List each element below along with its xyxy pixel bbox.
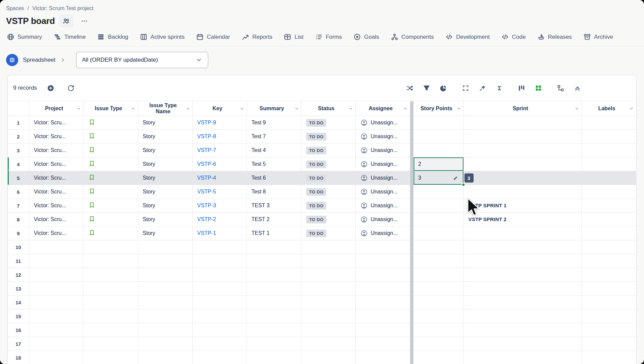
- issue-key-link[interactable]: VSTP-6: [197, 161, 216, 167]
- cell-sprint[interactable]: VSTP SPRINT 2: [463, 213, 581, 226]
- cell-key[interactable]: VSTP-4: [192, 171, 247, 185]
- cell-status[interactable]: TO DO: [301, 199, 355, 213]
- more-actions-button[interactable]: [78, 15, 91, 27]
- row-number[interactable]: 1: [8, 116, 29, 130]
- toolbar-button-column-settings[interactable]: [515, 82, 528, 94]
- cell-project[interactable]: Victor: Scru...: [29, 130, 83, 144]
- cell-status[interactable]: [301, 240, 355, 254]
- toolbar-button-collapse[interactable]: [571, 82, 584, 94]
- cell-key[interactable]: [192, 337, 247, 351]
- cell-issue-type-name[interactable]: [138, 337, 192, 351]
- cell-issue-type-name[interactable]: Story: [138, 144, 192, 157]
- column-header-labels[interactable]: Labels: [581, 101, 636, 116]
- view-selector[interactable]: All (ORDER BY updatedDate): [76, 52, 208, 68]
- breadcrumb-spaces[interactable]: Spaces: [6, 5, 24, 11]
- cell-issue-type[interactable]: [83, 130, 138, 144]
- cell-status[interactable]: [301, 323, 355, 337]
- cell-issue-type-name[interactable]: Story: [138, 213, 192, 226]
- cell-project[interactable]: Victor: Scru...: [29, 213, 83, 226]
- row-number[interactable]: 12: [8, 268, 29, 282]
- add-record-button[interactable]: [44, 82, 57, 94]
- row-number[interactable]: 2: [8, 130, 29, 144]
- cell-status[interactable]: [301, 268, 355, 282]
- cell-summary[interactable]: [247, 282, 301, 296]
- row-number[interactable]: 4: [8, 157, 29, 171]
- cell-project[interactable]: [29, 309, 83, 323]
- cell-issue-type-name[interactable]: [138, 282, 192, 296]
- cell-issue-type-name[interactable]: [138, 296, 192, 309]
- cell-issue-type[interactable]: [83, 199, 138, 213]
- nav-item-forms[interactable]: Forms: [315, 33, 342, 41]
- cell-labels[interactable]: [581, 254, 636, 268]
- cell-story-points[interactable]: [413, 268, 463, 282]
- row-number[interactable]: 18: [8, 351, 29, 364]
- cell-issue-type-name[interactable]: Story: [138, 185, 192, 199]
- cell-assignee[interactable]: [355, 296, 410, 309]
- cell-story-points[interactable]: [413, 309, 463, 323]
- cell-issue-type-name[interactable]: Story: [138, 171, 192, 185]
- cell-story-points[interactable]: [413, 144, 463, 157]
- cell-issue-type-name[interactable]: Story: [138, 116, 192, 130]
- row-number[interactable]: 17: [8, 337, 29, 351]
- nav-item-development[interactable]: Development: [445, 33, 490, 41]
- cell-sprint[interactable]: [463, 309, 581, 323]
- cell-issue-type[interactable]: [83, 240, 138, 254]
- cell-issue-type-name[interactable]: [138, 323, 192, 337]
- cell-project[interactable]: Victor: Scru...: [29, 226, 83, 240]
- nav-item-summary[interactable]: Summary: [7, 33, 42, 41]
- cell-status[interactable]: TO DO: [301, 213, 355, 226]
- toolbar-button-hierarchy[interactable]: [554, 82, 567, 94]
- row-number[interactable]: 11: [8, 254, 29, 268]
- issue-key-link[interactable]: VSTP-8: [197, 133, 216, 139]
- cell-project[interactable]: Victor: Scru...: [29, 116, 83, 130]
- cell-status[interactable]: TO DO: [301, 144, 355, 157]
- toolbar-button-grid[interactable]: [532, 82, 545, 94]
- toolbar-button-shuffle[interactable]: [403, 82, 416, 94]
- row-number[interactable]: 16: [8, 323, 29, 337]
- column-header-issue-type[interactable]: Issue Type: [83, 101, 138, 116]
- cell-issue-type[interactable]: [83, 185, 138, 199]
- cell-key[interactable]: VSTP-1: [192, 226, 247, 240]
- cell-key[interactable]: VSTP-6: [192, 157, 247, 171]
- issue-key-link[interactable]: VSTP-5: [197, 189, 216, 194]
- column-header-project[interactable]: Project: [29, 101, 83, 116]
- cell-issue-type[interactable]: [83, 226, 138, 240]
- cell-status[interactable]: [301, 282, 355, 296]
- cell-summary[interactable]: Test 7: [247, 130, 301, 144]
- cell-project[interactable]: Victor: Scru...: [29, 171, 83, 185]
- cell-assignee[interactable]: Unassign...: [355, 213, 410, 226]
- cell-labels[interactable]: [581, 323, 636, 337]
- cell-key[interactable]: VSTP-8: [192, 130, 247, 144]
- cell-key[interactable]: [192, 296, 247, 309]
- cell-story-points[interactable]: [413, 199, 463, 213]
- cell-summary[interactable]: TEST 1: [247, 226, 301, 240]
- cell-status[interactable]: [301, 309, 355, 323]
- cell-summary[interactable]: Test 4: [247, 144, 301, 157]
- cell-sprint[interactable]: [463, 351, 581, 364]
- cell-summary[interactable]: Test 6: [247, 171, 301, 185]
- nav-item-components[interactable]: Components: [391, 33, 434, 41]
- cell-sprint[interactable]: [463, 296, 581, 309]
- cell-key[interactable]: [192, 240, 247, 254]
- column-header-sprint[interactable]: Sprint: [463, 101, 581, 116]
- row-number[interactable]: 15: [8, 309, 29, 323]
- column-header-assignee[interactable]: Assignee: [355, 101, 410, 116]
- nav-item-active-sprints[interactable]: Active sprints: [140, 33, 185, 41]
- cell-project[interactable]: [29, 268, 83, 282]
- cell-summary[interactable]: [247, 323, 301, 337]
- cell-story-points[interactable]: [413, 226, 463, 240]
- nav-item-backlog[interactable]: Backlog: [97, 33, 128, 41]
- issue-key-link[interactable]: VSTP-3: [197, 203, 216, 208]
- cell-story-points[interactable]: [413, 116, 463, 130]
- cell-issue-type[interactable]: [83, 268, 138, 282]
- cell-project[interactable]: Victor: Scru...: [29, 144, 83, 157]
- cell-status[interactable]: [301, 351, 355, 364]
- toolbar-button-sum[interactable]: [493, 82, 506, 94]
- cell-summary[interactable]: Test 5: [247, 157, 301, 171]
- cell-issue-type-name[interactable]: [138, 240, 192, 254]
- row-number[interactable]: 10: [8, 240, 29, 254]
- cell-summary[interactable]: TEST 2: [247, 213, 301, 226]
- column-header-issue-type-name[interactable]: Issue Type Name: [138, 101, 192, 116]
- cell-key[interactable]: [192, 254, 247, 268]
- cell-key[interactable]: [192, 282, 247, 296]
